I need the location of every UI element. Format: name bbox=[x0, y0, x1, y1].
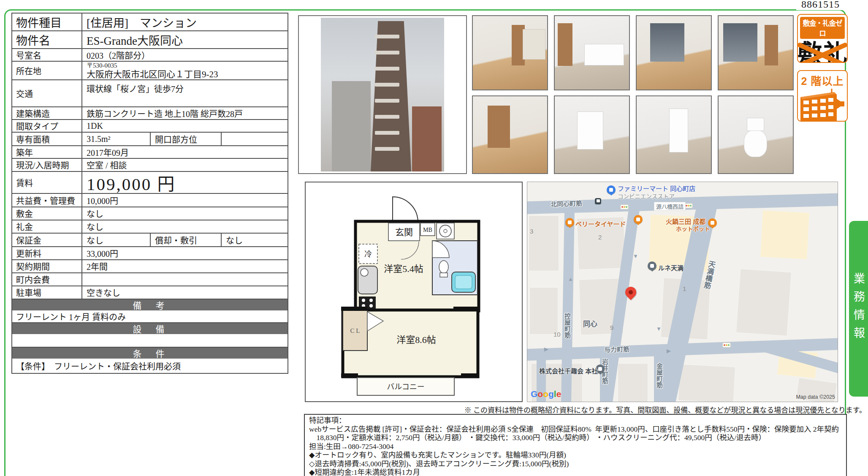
map-attribution: Map data ©2025 bbox=[796, 394, 835, 400]
familymart-poi-icon bbox=[607, 185, 616, 194]
disclaimer-line: ※ この資料は物件の概略紹介資料になります。写真、間取図面、設備、概要などが現況… bbox=[448, 404, 866, 415]
restaurant-poi-icon bbox=[708, 218, 717, 227]
road-arrow-icon: ▶ bbox=[667, 348, 671, 354]
special-notes-box: 特記事項： webサービス広告掲載 [許可]・保証会社：保証会社利用必須 S全保… bbox=[304, 414, 847, 476]
photo-bathroom bbox=[636, 95, 712, 174]
photo-kitchen bbox=[554, 15, 630, 90]
table-row: 号室名0203（2階部分） bbox=[12, 49, 288, 62]
property-table: 物件種目[住居用] マンション 物件名ES-Grande大阪同心 号室名0203… bbox=[11, 13, 288, 374]
road-arrow-icon: ▼ bbox=[633, 253, 638, 259]
notes-line: webサービス広告掲載 [許可]・保証会社：保証会社利用必須 S全保連 初回保証… bbox=[309, 425, 842, 434]
no-deposit-badge-header: 敷金・礼金ゼロ bbox=[800, 17, 845, 39]
label-mb: MB bbox=[423, 227, 432, 233]
block-number: 9 bbox=[610, 324, 613, 331]
notes-line: 担当:生田→080-7254-3004 bbox=[309, 442, 842, 451]
building-poi-icon bbox=[648, 261, 656, 270]
photo-living-2 bbox=[718, 15, 794, 90]
map-canvas[interactable]: 北同心町筋 与力町筋 控屋町筋 岩井町筋 金屋町筋 天満橋筋 ▼ ▲ ▶ ▼ ▶… bbox=[527, 182, 838, 402]
notes-line: ◆オートロック有り、室内設備も充実したマンションです。駐輪場330円(月額) bbox=[309, 451, 842, 460]
traffic-light-icon bbox=[722, 343, 731, 348]
building-photo-image bbox=[321, 18, 444, 171]
label-balcony: バルコニー bbox=[387, 383, 425, 391]
google-logo: Google bbox=[531, 389, 561, 399]
photo-washroom bbox=[554, 95, 630, 174]
road-arrow-icon: ▲ bbox=[568, 276, 573, 282]
document-number: 8861515 bbox=[796, 0, 845, 10]
senshukai-label: 株式会社千趣会 本社 bbox=[539, 366, 598, 375]
table-row-rent: 賃料109,000 円 bbox=[12, 172, 288, 194]
rent-value: 109,000 円 bbox=[82, 172, 288, 193]
block-number: 10 bbox=[553, 331, 561, 338]
notes-row: フリーレント 1ヶ月 賃料のみ bbox=[12, 310, 288, 323]
road-arrow-icon: ▼ bbox=[656, 326, 662, 332]
label-room-a: 洋室5.4帖 bbox=[384, 264, 423, 274]
label-genkan: 玄関 bbox=[395, 227, 413, 237]
no-deposit-badge: 敷金・礼金ゼロ 敷 礼 bbox=[797, 14, 848, 63]
business-info-tab[interactable]: 業務情報 bbox=[849, 221, 868, 397]
label-fridge: 冷 bbox=[364, 250, 372, 258]
familymart-label: ファミリーマート 同心町店 bbox=[618, 184, 695, 193]
traffic-light-icon bbox=[620, 204, 629, 209]
building-illustration-icon bbox=[798, 88, 846, 122]
table-row: 物件種目[住居用] マンション bbox=[12, 14, 288, 31]
postal-code: 〒530-0035 bbox=[87, 62, 288, 69]
notes-line: ◇退去時清掃費:45,000円(税別)、退去時エアコンクリーニング費:15,00… bbox=[309, 460, 842, 468]
table-row: 駐車場空きなし bbox=[12, 286, 288, 299]
table-row: 契約期間2年間 bbox=[12, 260, 288, 273]
familymart-sub-label: コンビニエンスストア bbox=[618, 192, 675, 200]
section-header-conditions: 条 件 bbox=[12, 348, 288, 359]
floor-plan: 玄関 MB 冷 洋室5.4帖 C L 洋室8.6帖 bbox=[305, 182, 523, 402]
address: 大阪府大阪市北区同心１丁目9-23 bbox=[87, 69, 288, 79]
road-label-west: 控屋町筋 bbox=[563, 313, 572, 338]
notes-line: 18,830円・定額水道料：2,750円（税込/月額） ・鍵交換代：33,000… bbox=[309, 433, 842, 442]
table-row: 共益費・管理費10,000円 bbox=[12, 194, 288, 207]
hotpot-sub-label: ホットポット bbox=[676, 224, 710, 233]
lune-label: ルネ天満 bbox=[658, 263, 684, 272]
road-label-kitadoshin: 北同心町筋 bbox=[551, 199, 583, 209]
table-row: 専有面積31.5m²開口部方位 bbox=[12, 133, 288, 146]
table-row: 建築構造鉄筋コンクリート造 地上10階 総戸数28戸 bbox=[12, 107, 288, 120]
block-number: 1 bbox=[683, 285, 686, 292]
block-number: 3 bbox=[530, 228, 533, 235]
photo-toilet bbox=[718, 95, 794, 174]
area-label-doshin: 同心 bbox=[583, 318, 597, 329]
conditions-row: 【条件】 フリーレント・保証会社利用必須 bbox=[12, 359, 288, 373]
no-deposit-badge-chars: 敷 礼 bbox=[798, 41, 847, 63]
table-row: 敷金なし bbox=[12, 207, 288, 220]
notes-title: 特記事項： bbox=[309, 416, 842, 425]
table-row: 築年2017年09月 bbox=[12, 146, 288, 159]
berry-label: ベリータイヤード bbox=[575, 219, 626, 228]
table-row: 礼金なし bbox=[12, 220, 288, 234]
table-row: 所在地〒530-0035大阪府大阪市北区同心１丁目9-23 bbox=[12, 62, 288, 80]
section-header-equipment: 設 備 bbox=[12, 323, 288, 334]
equipment-row bbox=[12, 334, 288, 348]
block-number: 2 bbox=[598, 234, 602, 241]
bus-stop-icon bbox=[595, 198, 601, 204]
intersection-label: 源八橋西詰 bbox=[654, 202, 686, 211]
floor-plan-drawing: 玄関 MB 冷 洋室5.4帖 C L 洋室8.6帖 bbox=[306, 182, 522, 401]
building-photo bbox=[298, 15, 467, 174]
property-sheet: 8861515 物件種目[住居用] マンション 物件名ES-Grande大阪同心… bbox=[0, 0, 868, 476]
section-header-notes: 備 考 bbox=[12, 299, 288, 310]
table-row: 物件名ES-Grande大阪同心 bbox=[12, 31, 288, 49]
label-closet: C L bbox=[350, 327, 360, 334]
photo-bedroom-closet bbox=[472, 95, 548, 174]
second-floor-badge-title: 2 階以上 bbox=[798, 73, 847, 88]
road-arrow-icon: ▶ bbox=[544, 346, 548, 352]
table-row: 町内会費 bbox=[12, 273, 288, 286]
road-label-kanaya: 金屋町筋 bbox=[655, 363, 664, 388]
restaurant-poi-icon bbox=[565, 218, 574, 227]
photo-kitchen-hall bbox=[472, 15, 548, 90]
label-room-b: 洋室8.6帖 bbox=[396, 335, 436, 345]
photo-living-1 bbox=[636, 15, 712, 90]
table-row: 保証金なし償却・敷引なし bbox=[12, 234, 288, 247]
notes-line: ◆短期違約金:1年未満総賃料1カ月 bbox=[309, 468, 842, 476]
second-floor-badge: 2 階以上 bbox=[797, 70, 848, 122]
cafe-poi-icon bbox=[634, 215, 643, 224]
table-row: 更新料33,000円 bbox=[12, 247, 288, 260]
table-row: 間取タイプ1DK bbox=[12, 120, 288, 133]
road-label-yoriki: 与力町筋 bbox=[604, 344, 630, 354]
table-row: 交通環状線「桜ノ宮」徒歩7分 bbox=[12, 80, 288, 107]
